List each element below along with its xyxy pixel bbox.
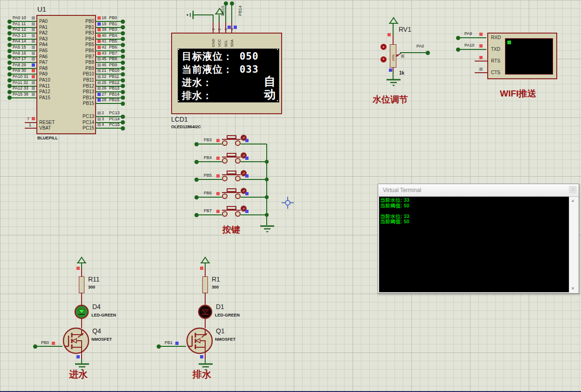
pin-state-indicator bbox=[216, 139, 220, 142]
pin-state-indicator bbox=[97, 81, 101, 84]
pin-state-indicator bbox=[32, 22, 35, 26]
wire bbox=[9, 97, 36, 98]
lcd-pin-name: SCL bbox=[224, 40, 228, 47]
chip-pin-name: PA12 bbox=[39, 89, 50, 94]
resistor-ref: R11 bbox=[88, 276, 100, 283]
pin-net-label: PB0 bbox=[109, 15, 117, 20]
virtual-terminal-scrollbar[interactable]: ▲ ▼ bbox=[569, 197, 578, 292]
pin-state-indicator bbox=[97, 46, 101, 49]
button-cap bbox=[227, 153, 236, 157]
pin-number: 19 bbox=[102, 21, 106, 26]
schematic-canvas[interactable]: U1 BLUEPILL LCD1 OLED12864I2C WIFI推送 RV1… bbox=[0, 0, 581, 392]
wifi-pin-name: RTS bbox=[491, 58, 500, 63]
junction-dot bbox=[121, 31, 125, 35]
wifi-pin-name: CTS bbox=[491, 70, 500, 75]
resistor-value: 300 bbox=[88, 285, 95, 289]
keys-caption: 按键 bbox=[222, 225, 240, 234]
mcu-part: BLUEPILL bbox=[37, 136, 58, 140]
resistor-body[interactable] bbox=[202, 276, 208, 293]
mosfet-icon[interactable] bbox=[186, 327, 213, 354]
pin-state-indicator bbox=[32, 117, 35, 120]
pin-net-label: PB13 bbox=[109, 86, 119, 90]
pin-state-indicator bbox=[97, 16, 101, 20]
chip-pin-name: PB13 bbox=[62, 89, 94, 94]
led-icon[interactable] bbox=[198, 304, 213, 319]
led-part: LED-GREEN bbox=[91, 313, 116, 317]
junction-dot bbox=[121, 49, 125, 53]
terminal-line: 当前阈值: 50 bbox=[380, 203, 409, 208]
key-net-label: PB7 bbox=[204, 208, 212, 213]
wire bbox=[219, 22, 220, 33]
scroll-up-icon[interactable]: ▲ bbox=[571, 198, 576, 203]
pin-state-indicator bbox=[32, 40, 35, 43]
driver-caption: 进水 bbox=[69, 370, 88, 379]
pin-number: 41 bbox=[102, 39, 106, 43]
key-net-label: PB3 bbox=[204, 138, 212, 142]
pin-number: 43 bbox=[102, 51, 106, 55]
pin-state-indicator bbox=[32, 93, 35, 96]
terminal-line: 当前阈值: 50 bbox=[380, 219, 409, 224]
pin-state-indicator bbox=[387, 33, 391, 36]
pin-net-label: PB1 bbox=[109, 21, 117, 26]
pin-net-label: PC14 bbox=[109, 117, 120, 121]
wire bbox=[222, 192, 241, 193]
chip-pin-name: PA2 bbox=[39, 30, 48, 35]
virtual-terminal-window[interactable]: Virtual Terminal x 当前水位: 33当前阈值: 50当前水位:… bbox=[378, 184, 579, 294]
terminal-line: 当前水位: 33 bbox=[380, 214, 409, 219]
chip-pin-name: PA3 bbox=[39, 36, 48, 41]
junction-dot bbox=[265, 178, 269, 181]
screen-corner-pixel bbox=[178, 49, 179, 50]
pot-decrease-button[interactable]: ▼ bbox=[380, 56, 387, 62]
led-ref: D4 bbox=[92, 303, 101, 310]
pin-net-label: PB4 bbox=[109, 33, 117, 38]
pin-number: 42 bbox=[102, 45, 106, 49]
pin-state-indicator bbox=[32, 57, 35, 61]
wire bbox=[475, 72, 487, 73]
pin-state-indicator bbox=[32, 46, 35, 49]
button-cap bbox=[227, 206, 236, 210]
chip-pin-name: PA10 bbox=[39, 77, 50, 83]
button-cap bbox=[227, 188, 236, 192]
pin-net-label: PB15 bbox=[109, 97, 119, 102]
pin-state-indicator bbox=[76, 355, 80, 358]
pin-state-indicator bbox=[32, 52, 35, 55]
pin-net-label: PC15 bbox=[109, 122, 120, 127]
chip-pin-name: PA11 bbox=[39, 83, 50, 89]
resistor-body[interactable] bbox=[79, 276, 84, 293]
wifi-pin-name: RXD bbox=[491, 35, 501, 40]
pin-state-indicator bbox=[97, 123, 101, 126]
wire bbox=[222, 157, 241, 158]
chip-pin-name: PB10 bbox=[62, 71, 94, 76]
lcd-net-label: PB15 bbox=[221, 6, 225, 16]
junction-dot bbox=[121, 102, 125, 106]
virtual-terminal-titlebar[interactable]: Virtual Terminal x bbox=[378, 184, 579, 197]
led-icon[interactable] bbox=[74, 304, 89, 319]
pot-increase-button[interactable]: ▲ bbox=[380, 44, 387, 50]
pin-net-label: PA15 38 bbox=[13, 92, 28, 96]
mosfet-icon[interactable] bbox=[62, 327, 90, 354]
chip-pin-name: PB8 bbox=[62, 60, 94, 65]
scroll-down-icon[interactable]: ▼ bbox=[571, 286, 576, 291]
pin-state-indicator bbox=[32, 75, 35, 78]
wire bbox=[205, 268, 206, 276]
button-terminal bbox=[235, 158, 241, 164]
chip-pin-name: PA7 bbox=[39, 60, 48, 65]
pin-net-label: PB3 bbox=[109, 27, 117, 32]
wire bbox=[222, 210, 241, 211]
virtual-terminal-console: 当前水位: 33当前阈值: 50当前水位: 33当前阈值: 50 bbox=[379, 197, 570, 292]
lcd-pin-name: SDA bbox=[230, 40, 234, 47]
pin-number: 40 bbox=[102, 33, 106, 38]
lcd-text-line: 目标液位： 050 bbox=[182, 50, 259, 62]
chip-pin-name: PB11 bbox=[62, 77, 94, 83]
pin-state-indicator bbox=[479, 56, 483, 59]
wire bbox=[241, 161, 267, 162]
pin-net-label: PB12 bbox=[109, 80, 119, 85]
pin-state-indicator bbox=[175, 342, 179, 345]
pin-state-indicator bbox=[97, 63, 101, 67]
close-icon[interactable]: x bbox=[569, 186, 577, 193]
pin-state-indicator bbox=[216, 157, 220, 160]
button-terminal bbox=[222, 158, 228, 164]
pin-state-indicator bbox=[97, 40, 101, 43]
chip-pin-name: PB0 bbox=[62, 19, 94, 24]
pin-state-indicator bbox=[245, 139, 249, 142]
